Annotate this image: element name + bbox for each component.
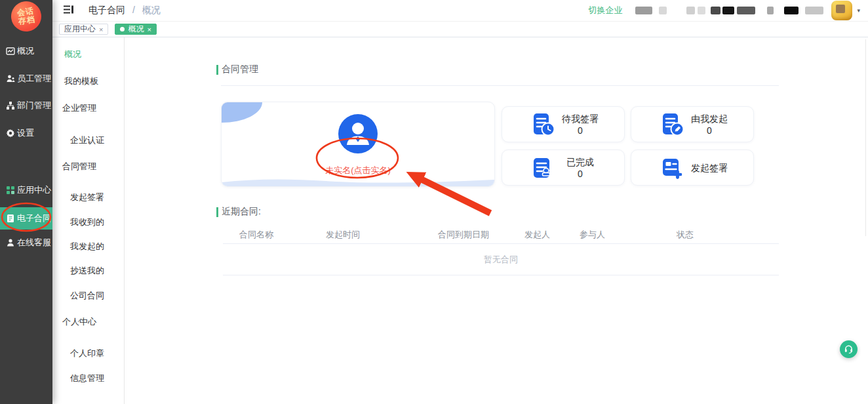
chevron-down-icon[interactable]: ▾: [857, 7, 860, 14]
sidebar-item-label: 在线客服: [17, 237, 51, 249]
sidebar-item-departments[interactable]: 部门管理: [0, 96, 52, 115]
switch-enterprise-link[interactable]: 切换企业: [588, 5, 622, 16]
card-initiated-by-me[interactable]: 由我发起 0: [631, 106, 754, 142]
people-icon: [5, 74, 15, 84]
scrollbar-track[interactable]: [865, 39, 866, 236]
col-expiry-date: 合同到期日期: [438, 229, 489, 241]
collapse-sidebar-icon[interactable]: [63, 5, 74, 17]
stat-value: 0: [556, 168, 604, 180]
sidebar-item-employees[interactable]: 员工管理: [0, 70, 52, 88]
menu-group-contracts[interactable]: 合同管理: [62, 161, 96, 171]
sidebar-item-label: 应用中心: [17, 184, 51, 196]
green-bar: [216, 207, 218, 217]
redacted-user-info: [767, 7, 774, 14]
outer-sidebar: 会话 存档 概况 员工管理 部门管理 设置 应用中心 电: [0, 0, 52, 404]
stat-label: 由我发起: [685, 113, 734, 125]
realname-card: 未实名(点击实名): [221, 102, 495, 187]
sidebar-item-label: 电子合同: [17, 212, 51, 224]
table-empty-state: 暂无合同: [223, 244, 779, 275]
breadcrumb-root[interactable]: 电子合同: [89, 5, 125, 15]
breadcrumb-current: 概况: [142, 5, 161, 15]
doc-plus-icon: [659, 155, 685, 181]
redacted-user-info: [784, 7, 799, 14]
menu-company-contracts[interactable]: 公司合同: [70, 291, 104, 300]
tab-label: 应用中心: [64, 24, 96, 35]
topbar-right: 切换企业 ▾: [588, 1, 868, 20]
menu-info-management[interactable]: 信息管理: [70, 373, 104, 383]
close-icon[interactable]: ×: [99, 26, 103, 33]
stat-text: 发起签署: [685, 162, 734, 174]
contract-doc-icon: [5, 214, 15, 224]
doc-edit-icon: [659, 111, 685, 138]
sidebar-item-online-service[interactable]: 在线客服: [0, 233, 52, 252]
menu-initiate-sign[interactable]: 发起签署: [70, 192, 104, 202]
stat-label: 发起签署: [685, 162, 734, 174]
menu-cc-to-me[interactable]: 抄送我的: [70, 266, 104, 275]
org-tree-icon: [5, 101, 15, 111]
decor-wave: [222, 177, 494, 186]
sidebar-item-label: 设置: [17, 127, 34, 139]
sidebar-item-app-center[interactable]: 应用中心: [0, 181, 52, 199]
sidebar-item-label: 员工管理: [17, 73, 51, 85]
redacted-user-info: [805, 7, 823, 14]
stat-value: 0: [685, 125, 734, 136]
sidebar-item-overview[interactable]: 概况: [0, 42, 52, 60]
menu-group-personal[interactable]: 个人中心: [62, 317, 96, 327]
table-header-row: 合同名称 发起时间 合同到期日期 发起人 参与人 状态: [223, 226, 779, 244]
tab-app-center[interactable]: 应用中心 ×: [59, 24, 108, 35]
stat-text: 待我签署 0: [556, 113, 604, 136]
menu-group-enterprise[interactable]: 企业管理: [62, 103, 96, 113]
user-avatar[interactable]: [831, 1, 852, 20]
menu-my-templates[interactable]: 我的模板: [64, 76, 98, 86]
sidebar-item-e-contract[interactable]: 电子合同: [0, 207, 52, 230]
section-title-text: 合同管理: [222, 64, 258, 75]
section-title-contract-mgmt: 合同管理: [216, 64, 258, 75]
card-completed[interactable]: 已完成 0: [502, 150, 625, 186]
section-title-recent-contracts: 近期合同:: [216, 206, 261, 218]
redacted-user-info: [698, 7, 705, 14]
card-awaiting-my-signature[interactable]: 待我签署 0: [502, 106, 625, 142]
inner-sidebar: 概况 我的模板 企业管理 企业认证 合同管理 发起签署 我收到的 我发起的 抄送…: [52, 37, 125, 404]
menu-enterprise-auth[interactable]: 企业认证: [70, 135, 104, 145]
app-logo[interactable]: 会话 存档: [9, 0, 43, 33]
card-initiate-signing[interactable]: 发起签署: [631, 150, 754, 186]
tab-overview[interactable]: 概况 ×: [115, 24, 156, 35]
customer-service-float-button[interactable]: [840, 340, 858, 358]
redacted-user-info: [659, 7, 667, 14]
tab-label: 概况: [128, 24, 144, 35]
redacted-user-info: [635, 7, 652, 14]
avatar-redacted-patch: [836, 5, 845, 13]
stat-label: 已完成: [556, 156, 604, 168]
person-bust-icon: [5, 238, 15, 248]
breadcrumb-separator: /: [132, 5, 135, 15]
tags-view-bar: 应用中心 × 概况 ×: [52, 22, 868, 37]
chart-overview-icon: [5, 47, 15, 56]
redacted-user-info: [686, 7, 695, 14]
menu-overview[interactable]: 概况: [64, 49, 81, 59]
menu-personal-seal[interactable]: 个人印章: [70, 348, 104, 358]
realname-cta[interactable]: 未实名(点击实名): [222, 114, 494, 176]
redacted-user-info: [722, 7, 734, 14]
doc-clock-icon: [530, 111, 556, 138]
section-title-text: 近期合同:: [222, 206, 261, 218]
stat-label: 待我签署: [556, 113, 604, 125]
menu-initiated-by-me[interactable]: 我发起的: [70, 241, 104, 251]
divider: [221, 85, 779, 86]
redacted-user-info: [711, 7, 720, 14]
menu-received[interactable]: 我收到的: [70, 217, 104, 227]
col-contract-name: 合同名称: [239, 229, 273, 241]
logo-line2: 存档: [18, 15, 36, 26]
active-dot-icon: [120, 27, 125, 31]
realname-status-text[interactable]: 未实名(点击实名): [325, 165, 391, 176]
headset-icon: [844, 344, 854, 354]
stat-value: 0: [556, 125, 604, 136]
sidebar-item-settings[interactable]: 设置: [0, 124, 52, 142]
green-bar: [216, 65, 218, 75]
close-icon[interactable]: ×: [147, 26, 151, 33]
recent-contracts-table: 合同名称 发起时间 合同到期日期 发起人 参与人 状态 暂无合同: [223, 226, 779, 275]
redacted-user-info: [737, 7, 755, 14]
col-initiate-time: 发起时间: [326, 229, 360, 241]
col-participants: 参与人: [580, 229, 605, 241]
col-status: 状态: [677, 229, 694, 241]
sidebar-item-label: 概况: [17, 45, 34, 57]
